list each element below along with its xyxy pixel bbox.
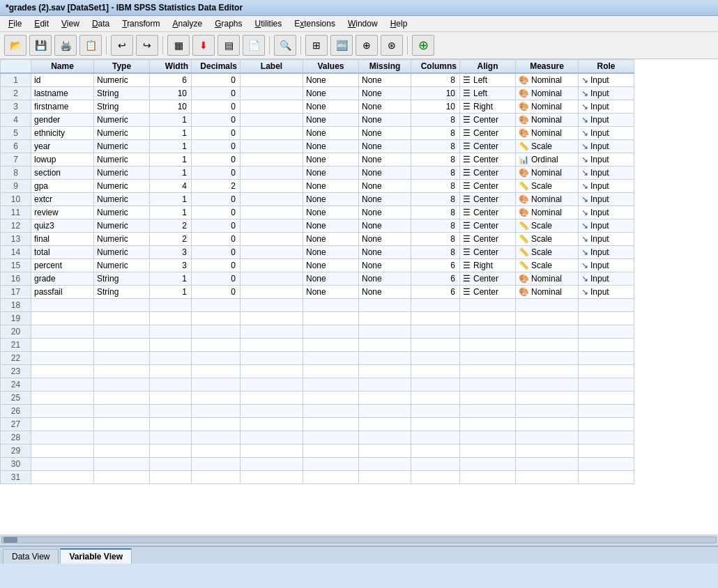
empty-cell[interactable] bbox=[516, 339, 579, 352]
cell-values[interactable]: None bbox=[303, 114, 359, 127]
cell-label[interactable] bbox=[240, 73, 303, 87]
cell-align[interactable]: ☰Center bbox=[460, 286, 516, 299]
empty-cell[interactable] bbox=[516, 378, 579, 392]
cell-decimals[interactable]: 0 bbox=[192, 286, 240, 299]
empty-cell[interactable] bbox=[411, 458, 460, 471]
cell-measure[interactable]: 🎨Nominal bbox=[516, 87, 579, 100]
cell-align[interactable]: ☰Left bbox=[460, 73, 516, 87]
empty-cell[interactable] bbox=[150, 325, 192, 339]
empty-cell[interactable] bbox=[411, 339, 460, 352]
cell-width[interactable]: 1 bbox=[150, 140, 192, 153]
cell-width[interactable]: 1 bbox=[150, 153, 192, 167]
empty-cell[interactable] bbox=[359, 339, 411, 352]
cell-type[interactable]: Numeric bbox=[94, 259, 150, 272]
empty-cell[interactable] bbox=[31, 392, 94, 405]
cell-values[interactable]: None bbox=[303, 127, 359, 140]
cell-values[interactable]: None bbox=[303, 286, 359, 299]
save-button[interactable]: 💾 bbox=[29, 35, 52, 56]
cell-role[interactable]: ↘Input bbox=[579, 140, 634, 153]
cell-name[interactable]: grade bbox=[31, 272, 94, 286]
empty-cell[interactable] bbox=[359, 471, 411, 484]
cell-width[interactable]: 4 bbox=[150, 180, 192, 193]
empty-cell[interactable] bbox=[411, 392, 460, 405]
cell-width[interactable]: 1 bbox=[150, 127, 192, 140]
empty-cell[interactable] bbox=[411, 312, 460, 325]
empty-cell[interactable] bbox=[94, 458, 150, 471]
empty-cell[interactable] bbox=[516, 471, 579, 484]
cell-columns[interactable]: 8 bbox=[411, 193, 460, 206]
cell-decimals[interactable]: 0 bbox=[192, 167, 240, 180]
empty-cell[interactable] bbox=[579, 444, 634, 458]
cell-label[interactable] bbox=[240, 140, 303, 153]
cell-name[interactable]: year bbox=[31, 140, 94, 153]
empty-cell[interactable] bbox=[579, 378, 634, 392]
cell-role[interactable]: ↘Input bbox=[579, 219, 634, 233]
header-name[interactable]: Name bbox=[31, 60, 94, 74]
cell-role[interactable]: ↘Input bbox=[579, 167, 634, 180]
cell-type[interactable]: Numeric bbox=[94, 206, 150, 219]
cell-label[interactable] bbox=[240, 153, 303, 167]
cell-columns[interactable]: 8 bbox=[411, 219, 460, 233]
empty-cell[interactable] bbox=[94, 431, 150, 444]
menu-graphs[interactable]: Graphs bbox=[209, 17, 247, 30]
cell-name[interactable]: quiz3 bbox=[31, 219, 94, 233]
cell-label[interactable] bbox=[240, 193, 303, 206]
cell-missing[interactable]: None bbox=[359, 272, 411, 286]
cell-label[interactable] bbox=[240, 167, 303, 180]
table-row-empty[interactable]: 23 bbox=[1, 365, 634, 378]
cell-type[interactable]: String bbox=[94, 87, 150, 100]
empty-cell[interactable] bbox=[359, 392, 411, 405]
empty-cell[interactable] bbox=[579, 458, 634, 471]
empty-cell[interactable] bbox=[579, 352, 634, 365]
empty-cell[interactable] bbox=[303, 325, 359, 339]
table-row-empty[interactable]: 31 bbox=[1, 471, 634, 484]
cell-name[interactable]: final bbox=[31, 233, 94, 246]
cell-align[interactable]: ☰Center bbox=[460, 246, 516, 259]
cell-decimals[interactable]: 0 bbox=[192, 73, 240, 87]
empty-cell[interactable] bbox=[411, 378, 460, 392]
table-row[interactable]: 2lastnameString100NoneNone10☰Left🎨Nomina… bbox=[1, 87, 634, 100]
empty-cell[interactable] bbox=[460, 444, 516, 458]
cell-role[interactable]: ↘Input bbox=[579, 153, 634, 167]
cell-measure[interactable]: 📏Scale bbox=[516, 259, 579, 272]
tab-variable-view[interactable]: Variable View bbox=[60, 548, 132, 564]
empty-cell[interactable] bbox=[31, 444, 94, 458]
empty-cell[interactable] bbox=[359, 431, 411, 444]
table-row-empty[interactable]: 29 bbox=[1, 444, 634, 458]
menu-utilities[interactable]: Utilities bbox=[250, 17, 288, 30]
empty-cell[interactable] bbox=[460, 471, 516, 484]
empty-cell[interactable] bbox=[460, 392, 516, 405]
empty-cell[interactable] bbox=[94, 352, 150, 365]
spell-check-btn[interactable]: ⊕ bbox=[412, 35, 434, 56]
table-row[interactable]: 4genderNumeric10NoneNone8☰Center🎨Nominal… bbox=[1, 114, 634, 127]
cell-missing[interactable]: None bbox=[359, 153, 411, 167]
cell-name[interactable]: review bbox=[31, 206, 94, 219]
empty-cell[interactable] bbox=[303, 458, 359, 471]
menu-data[interactable]: Data bbox=[86, 17, 115, 30]
open-button[interactable]: 📂 bbox=[4, 35, 26, 56]
cell-columns[interactable]: 8 bbox=[411, 114, 460, 127]
cell-align[interactable]: ☰Center bbox=[460, 233, 516, 246]
cell-missing[interactable]: None bbox=[359, 233, 411, 246]
empty-cell[interactable] bbox=[240, 471, 303, 484]
empty-cell[interactable] bbox=[94, 392, 150, 405]
tab-data-view[interactable]: Data View bbox=[3, 549, 59, 564]
empty-cell[interactable] bbox=[303, 392, 359, 405]
cell-measure[interactable]: 🎨Nominal bbox=[516, 272, 579, 286]
header-values[interactable]: Values bbox=[303, 60, 359, 74]
empty-cell[interactable] bbox=[411, 431, 460, 444]
table-row-empty[interactable]: 22 bbox=[1, 352, 634, 365]
cell-columns[interactable]: 8 bbox=[411, 73, 460, 87]
empty-cell[interactable] bbox=[150, 352, 192, 365]
header-align[interactable]: Align bbox=[460, 60, 516, 74]
menu-window[interactable]: Window bbox=[342, 17, 383, 30]
empty-cell[interactable] bbox=[240, 352, 303, 365]
cell-measure[interactable]: 📏Scale bbox=[516, 140, 579, 153]
empty-cell[interactable] bbox=[192, 458, 240, 471]
empty-cell[interactable] bbox=[192, 444, 240, 458]
empty-cell[interactable] bbox=[359, 365, 411, 378]
cell-role[interactable]: ↘Input bbox=[579, 73, 634, 87]
cell-values[interactable]: None bbox=[303, 180, 359, 193]
cell-align[interactable]: ☰Center bbox=[460, 167, 516, 180]
empty-cell[interactable] bbox=[579, 431, 634, 444]
